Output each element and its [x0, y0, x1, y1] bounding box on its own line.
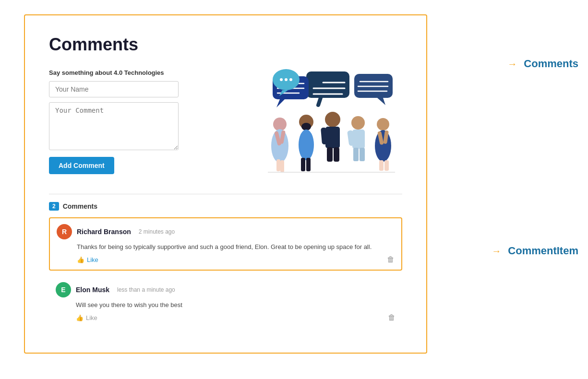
comment-text-2: Will see you there to wish you the best — [56, 301, 396, 308]
svg-point-44 — [375, 130, 391, 162]
thumbs-up-icon-2: 👍 — [76, 314, 84, 321]
svg-rect-48 — [384, 160, 389, 171]
comments-count-label: Comments — [63, 202, 97, 210]
comment-time-1: 2 minutes ago — [139, 228, 175, 235]
comments-section: Comments Say something about 4.0 Technol… — [24, 14, 427, 354]
svg-point-43 — [377, 118, 389, 130]
svg-line-1 — [318, 98, 321, 105]
comment-textarea[interactable] — [49, 102, 179, 150]
svg-point-20 — [273, 118, 287, 131]
form-section: Say something about 4.0 Technologies Add… — [49, 69, 402, 184]
delete-button-2[interactable]: 🗑 — [388, 313, 396, 322]
section-divider — [49, 194, 402, 194]
svg-point-21 — [271, 129, 288, 163]
add-comment-button[interactable]: Add Comment — [49, 157, 114, 174]
like-label-2: Like — [86, 314, 97, 321]
thumbs-up-icon-1: 👍 — [77, 256, 84, 263]
page-title: Comments — [49, 35, 402, 55]
form-left: Say something about 4.0 Technologies Add… — [49, 69, 183, 174]
svg-point-12 — [285, 78, 288, 81]
comment-header-1: R Richard Branson 2 minutes ago — [57, 224, 395, 239]
svg-marker-6 — [276, 99, 285, 107]
svg-rect-41 — [353, 148, 359, 161]
comment-actions-1: 👍 Like 🗑 — [57, 255, 395, 264]
like-button-2[interactable]: 👍 Like — [76, 314, 97, 321]
comment-item-2: E Elon Musk less than a minute ago Will … — [49, 276, 402, 328]
svg-point-37 — [351, 116, 365, 130]
like-label-1: Like — [87, 256, 98, 263]
commenter-name-2: Elon Musk — [76, 286, 109, 294]
svg-rect-42 — [360, 148, 365, 161]
comment-time-2: less than a minute ago — [117, 286, 175, 293]
count-badge: 2 — [49, 202, 59, 211]
svg-rect-25 — [280, 160, 284, 172]
like-button-1[interactable]: 👍 Like — [77, 256, 98, 263]
comments-count-row: 2 Comments — [49, 202, 402, 211]
annotation-comment-item: → CommentItem — [492, 245, 578, 257]
annotation-comments: → Comments — [507, 58, 578, 70]
arrow-icon-comments: → — [507, 59, 517, 70]
svg-rect-35 — [327, 147, 333, 162]
svg-point-11 — [280, 78, 283, 81]
svg-point-27 — [301, 123, 311, 130]
svg-point-28 — [299, 130, 314, 160]
commenter-name-1: Richard Branson — [77, 228, 131, 236]
comment-text-1: Thanks for being so typically supportive… — [57, 243, 395, 250]
form-label: Say something about 4.0 Technologies — [49, 69, 183, 76]
svg-marker-16 — [377, 98, 385, 105]
comment-actions-2: 👍 Like 🗑 — [56, 313, 396, 322]
svg-rect-36 — [334, 147, 339, 162]
illustration — [239, 69, 402, 184]
page-wrapper: Comments Say something about 4.0 Technol… — [0, 0, 588, 379]
annotation-comment-item-label: CommentItem — [508, 245, 578, 257]
comment-item-1: R Richard Branson 2 minutes ago Thanks f… — [49, 217, 402, 271]
annotation-comments-label: Comments — [524, 58, 578, 70]
comment-header-2: E Elon Musk less than a minute ago — [56, 282, 396, 297]
avatar-1: R — [57, 224, 72, 239]
svg-rect-47 — [379, 160, 384, 171]
arrow-icon-comment-item: → — [492, 246, 501, 257]
svg-point-31 — [325, 112, 340, 127]
delete-button-1[interactable]: 🗑 — [387, 255, 395, 264]
svg-rect-24 — [276, 159, 280, 171]
svg-rect-29 — [301, 158, 305, 171]
avatar-2: E — [56, 282, 71, 297]
name-input[interactable] — [49, 81, 179, 97]
svg-point-13 — [289, 78, 292, 81]
svg-rect-30 — [306, 158, 311, 171]
